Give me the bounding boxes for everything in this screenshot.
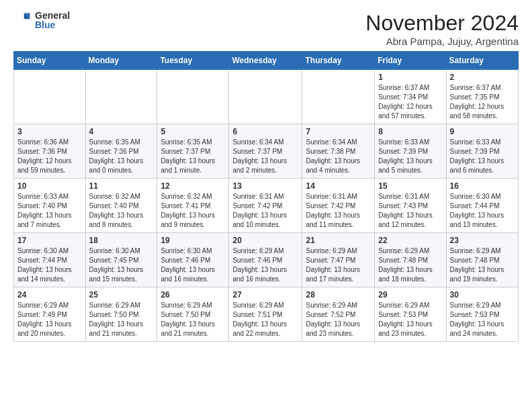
cell-content: Sunrise: 6:29 AM Sunset: 7:53 PM Dayligh… [378, 301, 442, 338]
cell-content: Sunrise: 6:31 AM Sunset: 7:42 PM Dayligh… [306, 192, 371, 230]
logo-general-text: General [35, 11, 70, 20]
day-number: 9 [450, 127, 515, 136]
cell-content: Sunrise: 6:35 AM Sunset: 7:36 PM Dayligh… [89, 138, 154, 175]
day-number: 2 [450, 73, 515, 82]
day-number: 25 [89, 290, 154, 300]
day-of-week-header: Tuesday [157, 52, 229, 70]
cell-content: Sunrise: 6:29 AM Sunset: 7:48 PM Dayligh… [378, 246, 442, 284]
day-number: 5 [161, 127, 225, 136]
cell-content: Sunrise: 6:30 AM Sunset: 7:46 PM Dayligh… [161, 246, 225, 284]
logo-blue-text: Blue [35, 20, 70, 30]
calendar-cell: 3Sunrise: 6:36 AM Sunset: 7:36 PM Daylig… [14, 124, 86, 179]
day-number: 4 [89, 127, 154, 136]
day-number: 20 [232, 236, 298, 245]
cell-content: Sunrise: 6:31 AM Sunset: 7:42 PM Dayligh… [232, 192, 298, 230]
calendar-cell: 19Sunrise: 6:30 AM Sunset: 7:46 PM Dayli… [157, 233, 229, 287]
day-number: 11 [89, 181, 154, 191]
day-number: 26 [161, 290, 225, 300]
calendar-cell: 22Sunrise: 6:29 AM Sunset: 7:48 PM Dayli… [375, 233, 446, 287]
day-number: 18 [89, 236, 154, 245]
day-number: 7 [306, 127, 371, 136]
cell-content: Sunrise: 6:30 AM Sunset: 7:45 PM Dayligh… [89, 246, 154, 284]
calendar-cell: 25Sunrise: 6:29 AM Sunset: 7:50 PM Dayli… [85, 287, 157, 342]
calendar-cell: 30Sunrise: 6:29 AM Sunset: 7:53 PM Dayli… [446, 287, 518, 342]
calendar-cell [85, 70, 157, 124]
cell-content: Sunrise: 6:36 AM Sunset: 7:36 PM Dayligh… [17, 138, 82, 175]
cell-content: Sunrise: 6:29 AM Sunset: 7:53 PM Dayligh… [450, 301, 515, 338]
logo: General Blue [13, 11, 70, 30]
calendar-body: 1Sunrise: 6:37 AM Sunset: 7:34 PM Daylig… [14, 70, 519, 342]
calendar-cell: 23Sunrise: 6:29 AM Sunset: 7:48 PM Dayli… [446, 233, 518, 287]
logo-text: General Blue [35, 11, 70, 30]
cell-content: Sunrise: 6:29 AM Sunset: 7:49 PM Dayligh… [17, 301, 82, 338]
calendar-cell: 27Sunrise: 6:29 AM Sunset: 7:51 PM Dayli… [229, 287, 302, 342]
cell-content: Sunrise: 6:29 AM Sunset: 7:50 PM Dayligh… [161, 301, 225, 338]
calendar-cell [302, 70, 375, 124]
cell-content: Sunrise: 6:33 AM Sunset: 7:39 PM Dayligh… [450, 138, 515, 175]
cell-content: Sunrise: 6:32 AM Sunset: 7:40 PM Dayligh… [89, 192, 154, 230]
cell-content: Sunrise: 6:37 AM Sunset: 7:34 PM Dayligh… [378, 83, 442, 121]
day-number: 22 [378, 236, 442, 245]
calendar-cell: 17Sunrise: 6:30 AM Sunset: 7:44 PM Dayli… [14, 233, 86, 287]
title-block: November 2024 Abra Pampa, Jujuy, Argenti… [365, 11, 519, 47]
calendar-cell: 5Sunrise: 6:35 AM Sunset: 7:37 PM Daylig… [157, 124, 229, 179]
day-of-week-header: Thursday [302, 52, 375, 70]
logo-icon [13, 11, 32, 30]
day-number: 8 [378, 127, 442, 136]
day-number: 23 [450, 236, 515, 245]
day-number: 12 [161, 181, 225, 191]
calendar-week-row: 17Sunrise: 6:30 AM Sunset: 7:44 PM Dayli… [14, 233, 519, 287]
day-number: 27 [232, 290, 298, 300]
day-number: 15 [378, 181, 442, 191]
day-number: 13 [232, 181, 298, 191]
cell-content: Sunrise: 6:34 AM Sunset: 7:37 PM Dayligh… [232, 138, 298, 175]
calendar-cell: 28Sunrise: 6:29 AM Sunset: 7:52 PM Dayli… [302, 287, 375, 342]
cell-content: Sunrise: 6:29 AM Sunset: 7:48 PM Dayligh… [450, 246, 515, 284]
calendar-cell: 21Sunrise: 6:29 AM Sunset: 7:47 PM Dayli… [302, 233, 375, 287]
page-header: General Blue November 2024 Abra Pampa, J… [13, 11, 519, 47]
cell-content: Sunrise: 6:33 AM Sunset: 7:40 PM Dayligh… [17, 192, 82, 230]
cell-content: Sunrise: 6:29 AM Sunset: 7:46 PM Dayligh… [232, 246, 298, 284]
calendar-cell: 29Sunrise: 6:29 AM Sunset: 7:53 PM Dayli… [375, 287, 446, 342]
day-of-week-header: Wednesday [229, 52, 302, 70]
calendar-week-row: 1Sunrise: 6:37 AM Sunset: 7:34 PM Daylig… [14, 70, 519, 124]
calendar-cell: 14Sunrise: 6:31 AM Sunset: 7:42 PM Dayli… [302, 179, 375, 233]
day-number: 17 [17, 236, 82, 245]
calendar-week-row: 10Sunrise: 6:33 AM Sunset: 7:40 PM Dayli… [14, 179, 519, 233]
calendar-cell: 10Sunrise: 6:33 AM Sunset: 7:40 PM Dayli… [14, 179, 86, 233]
calendar-cell: 9Sunrise: 6:33 AM Sunset: 7:39 PM Daylig… [446, 124, 518, 179]
calendar-cell [229, 70, 302, 124]
calendar-cell: 13Sunrise: 6:31 AM Sunset: 7:42 PM Dayli… [229, 179, 302, 233]
calendar-cell: 26Sunrise: 6:29 AM Sunset: 7:50 PM Dayli… [157, 287, 229, 342]
cell-content: Sunrise: 6:29 AM Sunset: 7:50 PM Dayligh… [89, 301, 154, 338]
day-number: 28 [306, 290, 371, 300]
calendar-cell: 4Sunrise: 6:35 AM Sunset: 7:36 PM Daylig… [85, 124, 157, 179]
calendar-cell: 15Sunrise: 6:31 AM Sunset: 7:43 PM Dayli… [375, 179, 446, 233]
calendar-cell: 24Sunrise: 6:29 AM Sunset: 7:49 PM Dayli… [14, 287, 86, 342]
day-of-week-header: Saturday [446, 52, 518, 70]
calendar-cell: 1Sunrise: 6:37 AM Sunset: 7:34 PM Daylig… [375, 70, 446, 124]
day-number: 6 [232, 127, 298, 136]
day-number: 1 [378, 73, 442, 82]
calendar-cell: 8Sunrise: 6:33 AM Sunset: 7:39 PM Daylig… [375, 124, 446, 179]
calendar-cell: 6Sunrise: 6:34 AM Sunset: 7:37 PM Daylig… [229, 124, 302, 179]
day-number: 19 [161, 236, 225, 245]
cell-content: Sunrise: 6:35 AM Sunset: 7:37 PM Dayligh… [161, 138, 225, 175]
day-number: 21 [306, 236, 371, 245]
cell-content: Sunrise: 6:37 AM Sunset: 7:35 PM Dayligh… [450, 83, 515, 121]
calendar-cell: 16Sunrise: 6:30 AM Sunset: 7:44 PM Dayli… [446, 179, 518, 233]
cell-content: Sunrise: 6:33 AM Sunset: 7:39 PM Dayligh… [378, 138, 442, 175]
location-title: Abra Pampa, Jujuy, Argentina [365, 36, 519, 47]
calendar-cell: 20Sunrise: 6:29 AM Sunset: 7:46 PM Dayli… [229, 233, 302, 287]
calendar-cell: 18Sunrise: 6:30 AM Sunset: 7:45 PM Dayli… [85, 233, 157, 287]
calendar-cell: 12Sunrise: 6:32 AM Sunset: 7:41 PM Dayli… [157, 179, 229, 233]
month-title: November 2024 [365, 11, 519, 36]
calendar-table: SundayMondayTuesdayWednesdayThursdayFrid… [13, 51, 519, 342]
cell-content: Sunrise: 6:30 AM Sunset: 7:44 PM Dayligh… [450, 192, 515, 230]
day-number: 14 [306, 181, 371, 191]
cell-content: Sunrise: 6:31 AM Sunset: 7:43 PM Dayligh… [378, 192, 442, 230]
day-of-week-header: Monday [85, 52, 157, 70]
cell-content: Sunrise: 6:29 AM Sunset: 7:52 PM Dayligh… [306, 301, 371, 338]
calendar-week-row: 24Sunrise: 6:29 AM Sunset: 7:49 PM Dayli… [14, 287, 519, 342]
day-of-week-header: Friday [375, 52, 446, 70]
